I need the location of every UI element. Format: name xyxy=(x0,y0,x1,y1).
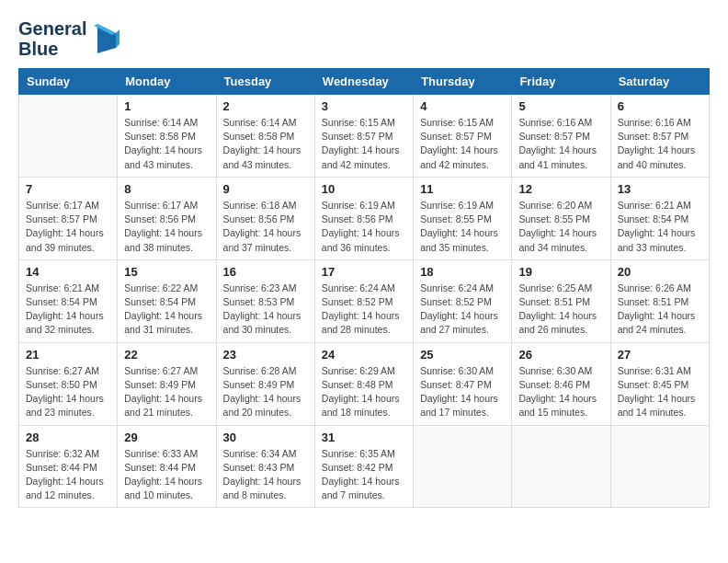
day-number: 23 xyxy=(223,348,308,362)
day-number: 6 xyxy=(618,99,702,113)
calendar-cell: 22Sunrise: 6:27 AMSunset: 8:49 PMDayligh… xyxy=(118,342,216,425)
day-info: Sunrise: 6:34 AMSunset: 8:43 PMDaylight:… xyxy=(223,447,308,503)
day-info: Sunrise: 6:25 AMSunset: 8:51 PMDaylight:… xyxy=(518,282,603,338)
calendar-cell: 30Sunrise: 6:34 AMSunset: 8:43 PMDayligh… xyxy=(216,425,314,508)
logo-text: General Blue xyxy=(18,18,86,59)
logo-icon xyxy=(90,22,119,55)
day-info: Sunrise: 6:14 AMSunset: 8:58 PMDaylight:… xyxy=(223,116,308,172)
day-number: 20 xyxy=(618,265,702,279)
logo: General Blue xyxy=(18,18,119,59)
calendar-cell: 13Sunrise: 6:21 AMSunset: 8:54 PMDayligh… xyxy=(610,177,709,259)
day-number: 25 xyxy=(420,348,505,362)
calendar-week-row: 1Sunrise: 6:14 AMSunset: 8:58 PMDaylight… xyxy=(19,95,710,178)
calendar-cell: 27Sunrise: 6:31 AMSunset: 8:45 PMDayligh… xyxy=(610,342,709,425)
calendar-cell: 21Sunrise: 6:27 AMSunset: 8:50 PMDayligh… xyxy=(19,342,118,425)
day-number: 2 xyxy=(223,99,308,113)
day-number: 17 xyxy=(322,265,406,279)
calendar-cell: 18Sunrise: 6:24 AMSunset: 8:52 PMDayligh… xyxy=(414,259,512,342)
calendar-cell: 10Sunrise: 6:19 AMSunset: 8:56 PMDayligh… xyxy=(314,177,413,259)
day-info: Sunrise: 6:24 AMSunset: 8:52 PMDaylight:… xyxy=(322,282,406,338)
calendar-cell: 3Sunrise: 6:15 AMSunset: 8:57 PMDaylight… xyxy=(314,95,413,178)
day-info: Sunrise: 6:28 AMSunset: 8:49 PMDaylight:… xyxy=(223,364,308,420)
day-number: 26 xyxy=(518,348,603,362)
day-number: 19 xyxy=(518,265,603,279)
day-header-friday: Friday xyxy=(512,69,610,95)
day-number: 18 xyxy=(420,265,505,279)
day-number: 1 xyxy=(124,99,209,113)
calendar-cell: 2Sunrise: 6:14 AMSunset: 8:58 PMDaylight… xyxy=(216,95,314,178)
day-header-monday: Monday xyxy=(118,69,216,95)
calendar-header-row: SundayMondayTuesdayWednesdayThursdayFrid… xyxy=(19,69,710,95)
day-info: Sunrise: 6:31 AMSunset: 8:45 PMDaylight:… xyxy=(618,364,702,420)
day-info: Sunrise: 6:22 AMSunset: 8:54 PMDaylight:… xyxy=(124,282,209,338)
svg-marker-1 xyxy=(116,29,119,48)
day-number: 22 xyxy=(124,348,209,362)
day-number: 8 xyxy=(124,182,209,196)
calendar-cell: 31Sunrise: 6:35 AMSunset: 8:42 PMDayligh… xyxy=(314,425,413,508)
day-info: Sunrise: 6:19 AMSunset: 8:56 PMDaylight:… xyxy=(322,199,406,255)
day-number: 13 xyxy=(618,182,702,196)
calendar-cell: 12Sunrise: 6:20 AMSunset: 8:55 PMDayligh… xyxy=(512,177,610,259)
calendar-cell: 7Sunrise: 6:17 AMSunset: 8:57 PMDaylight… xyxy=(19,177,118,259)
day-info: Sunrise: 6:27 AMSunset: 8:50 PMDaylight:… xyxy=(26,364,110,420)
day-header-tuesday: Tuesday xyxy=(216,69,314,95)
day-info: Sunrise: 6:30 AMSunset: 8:46 PMDaylight:… xyxy=(518,364,603,420)
calendar-table: SundayMondayTuesdayWednesdayThursdayFrid… xyxy=(18,68,710,508)
day-info: Sunrise: 6:23 AMSunset: 8:53 PMDaylight:… xyxy=(223,282,308,338)
calendar-cell xyxy=(610,425,709,508)
day-info: Sunrise: 6:17 AMSunset: 8:57 PMDaylight:… xyxy=(26,199,110,255)
calendar-cell: 8Sunrise: 6:17 AMSunset: 8:56 PMDaylight… xyxy=(118,177,216,259)
calendar-cell xyxy=(19,95,118,178)
day-info: Sunrise: 6:30 AMSunset: 8:47 PMDaylight:… xyxy=(420,364,505,420)
calendar-week-row: 14Sunrise: 6:21 AMSunset: 8:54 PMDayligh… xyxy=(19,259,710,342)
day-info: Sunrise: 6:14 AMSunset: 8:58 PMDaylight:… xyxy=(124,116,209,172)
day-info: Sunrise: 6:16 AMSunset: 8:57 PMDaylight:… xyxy=(518,116,603,172)
calendar-cell: 5Sunrise: 6:16 AMSunset: 8:57 PMDaylight… xyxy=(512,95,610,178)
day-info: Sunrise: 6:24 AMSunset: 8:52 PMDaylight:… xyxy=(420,282,505,338)
day-number: 30 xyxy=(223,431,308,444)
calendar-cell: 15Sunrise: 6:22 AMSunset: 8:54 PMDayligh… xyxy=(118,259,216,342)
day-info: Sunrise: 6:27 AMSunset: 8:49 PMDaylight:… xyxy=(124,364,209,420)
day-info: Sunrise: 6:15 AMSunset: 8:57 PMDaylight:… xyxy=(322,116,406,172)
day-number: 11 xyxy=(420,182,505,196)
calendar-cell: 20Sunrise: 6:26 AMSunset: 8:51 PMDayligh… xyxy=(610,259,709,342)
calendar-cell: 16Sunrise: 6:23 AMSunset: 8:53 PMDayligh… xyxy=(216,259,314,342)
day-info: Sunrise: 6:35 AMSunset: 8:42 PMDaylight:… xyxy=(322,447,406,503)
calendar-cell xyxy=(512,425,610,508)
day-number: 7 xyxy=(26,182,110,196)
calendar-week-row: 28Sunrise: 6:32 AMSunset: 8:44 PMDayligh… xyxy=(19,425,710,508)
day-number: 4 xyxy=(420,99,505,113)
day-info: Sunrise: 6:26 AMSunset: 8:51 PMDaylight:… xyxy=(618,282,702,338)
calendar-cell: 17Sunrise: 6:24 AMSunset: 8:52 PMDayligh… xyxy=(314,259,413,342)
day-info: Sunrise: 6:16 AMSunset: 8:57 PMDaylight:… xyxy=(618,116,702,172)
day-header-sunday: Sunday xyxy=(19,69,118,95)
calendar-cell: 4Sunrise: 6:15 AMSunset: 8:57 PMDaylight… xyxy=(414,95,512,178)
day-info: Sunrise: 6:32 AMSunset: 8:44 PMDaylight:… xyxy=(26,447,110,503)
calendar-cell: 11Sunrise: 6:19 AMSunset: 8:55 PMDayligh… xyxy=(414,177,512,259)
day-info: Sunrise: 6:15 AMSunset: 8:57 PMDaylight:… xyxy=(420,116,505,172)
day-number: 31 xyxy=(322,431,406,444)
day-info: Sunrise: 6:21 AMSunset: 8:54 PMDaylight:… xyxy=(26,282,110,338)
day-number: 3 xyxy=(322,99,406,113)
day-info: Sunrise: 6:17 AMSunset: 8:56 PMDaylight:… xyxy=(124,199,209,255)
calendar-cell: 25Sunrise: 6:30 AMSunset: 8:47 PMDayligh… xyxy=(414,342,512,425)
calendar-cell: 28Sunrise: 6:32 AMSunset: 8:44 PMDayligh… xyxy=(19,425,118,508)
day-number: 14 xyxy=(26,265,110,279)
calendar-cell: 1Sunrise: 6:14 AMSunset: 8:58 PMDaylight… xyxy=(118,95,216,178)
day-number: 16 xyxy=(223,265,308,279)
day-info: Sunrise: 6:33 AMSunset: 8:44 PMDaylight:… xyxy=(124,447,209,503)
calendar-cell: 6Sunrise: 6:16 AMSunset: 8:57 PMDaylight… xyxy=(610,95,709,178)
day-number: 21 xyxy=(26,348,110,362)
day-info: Sunrise: 6:19 AMSunset: 8:55 PMDaylight:… xyxy=(420,199,505,255)
day-info: Sunrise: 6:29 AMSunset: 8:48 PMDaylight:… xyxy=(322,364,406,420)
day-number: 5 xyxy=(518,99,603,113)
day-number: 28 xyxy=(26,431,110,444)
calendar-cell: 14Sunrise: 6:21 AMSunset: 8:54 PMDayligh… xyxy=(19,259,118,342)
calendar-cell: 9Sunrise: 6:18 AMSunset: 8:56 PMDaylight… xyxy=(216,177,314,259)
day-number: 24 xyxy=(322,348,406,362)
day-header-wednesday: Wednesday xyxy=(314,69,413,95)
calendar-cell: 24Sunrise: 6:29 AMSunset: 8:48 PMDayligh… xyxy=(314,342,413,425)
day-header-saturday: Saturday xyxy=(610,69,709,95)
day-info: Sunrise: 6:21 AMSunset: 8:54 PMDaylight:… xyxy=(618,199,702,255)
day-number: 12 xyxy=(518,182,603,196)
